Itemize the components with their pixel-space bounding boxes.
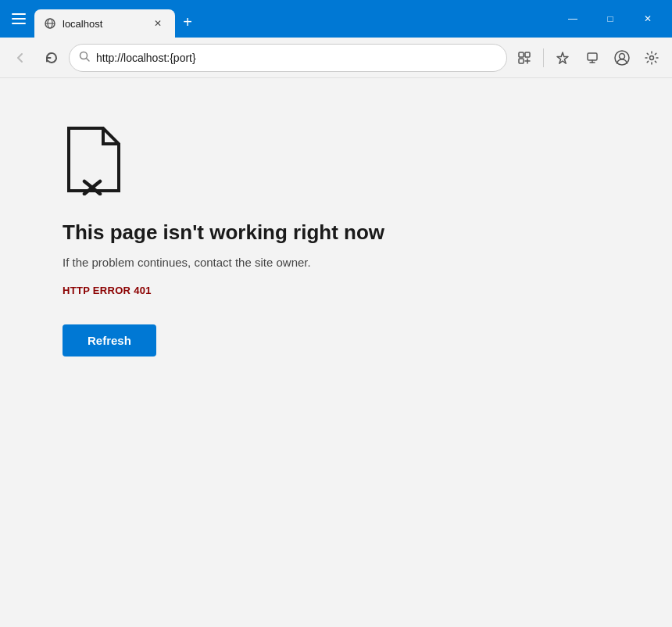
window-controls: — □ ✕ [555, 6, 666, 31]
svg-rect-0 [12, 13, 26, 15]
title-bar-left [6, 6, 31, 31]
svg-rect-1 [12, 18, 26, 20]
maximize-button[interactable]: □ [592, 6, 628, 31]
address-bar[interactable] [69, 44, 507, 72]
nav-divider [543, 48, 544, 67]
error-icon-wrap [63, 125, 125, 199]
svg-rect-9 [525, 52, 530, 57]
reload-button[interactable] [38, 44, 66, 72]
title-bar: localhost ✕ + — □ ✕ [0, 0, 672, 38]
svg-line-7 [87, 59, 90, 62]
tab-close-button[interactable]: ✕ [150, 16, 166, 31]
extensions-button[interactable] [510, 44, 538, 72]
svg-rect-8 [519, 52, 524, 57]
svg-rect-10 [519, 59, 524, 63]
browser-window: localhost ✕ + — □ ✕ [0, 0, 672, 627]
navigation-bar [0, 38, 672, 78]
tab-strip: localhost ✕ + [34, 0, 552, 38]
svg-point-13 [620, 53, 625, 59]
minimize-button[interactable]: — [555, 6, 591, 31]
collections-button[interactable] [578, 44, 606, 72]
refresh-button[interactable]: Refresh [63, 324, 156, 356]
error-code: HTTP ERROR 401 [63, 285, 152, 296]
back-button[interactable] [6, 44, 34, 72]
profile-button[interactable] [608, 44, 636, 72]
error-subtext: If the problem continues, contact the si… [63, 256, 311, 269]
tab-title: localhost [63, 18, 144, 30]
svg-point-14 [650, 56, 654, 59]
new-tab-button[interactable]: + [175, 9, 200, 34]
favorites-button[interactable] [549, 44, 577, 72]
svg-rect-2 [12, 23, 26, 24]
active-tab[interactable]: localhost ✕ [34, 9, 175, 38]
settings-button[interactable] [638, 44, 666, 72]
error-file-icon [63, 125, 125, 199]
page-content: This page isn't working right now If the… [0, 78, 672, 627]
close-button[interactable]: ✕ [630, 6, 666, 31]
search-icon [79, 51, 90, 64]
svg-rect-11 [588, 53, 597, 60]
sidebar-toggle-button[interactable] [6, 6, 31, 31]
tab-favicon-icon [44, 17, 56, 30]
file-with-x-svg [63, 125, 125, 195]
nav-right-icons [510, 44, 666, 72]
error-heading: This page isn't working right now [63, 220, 384, 245]
address-input[interactable] [96, 52, 497, 64]
